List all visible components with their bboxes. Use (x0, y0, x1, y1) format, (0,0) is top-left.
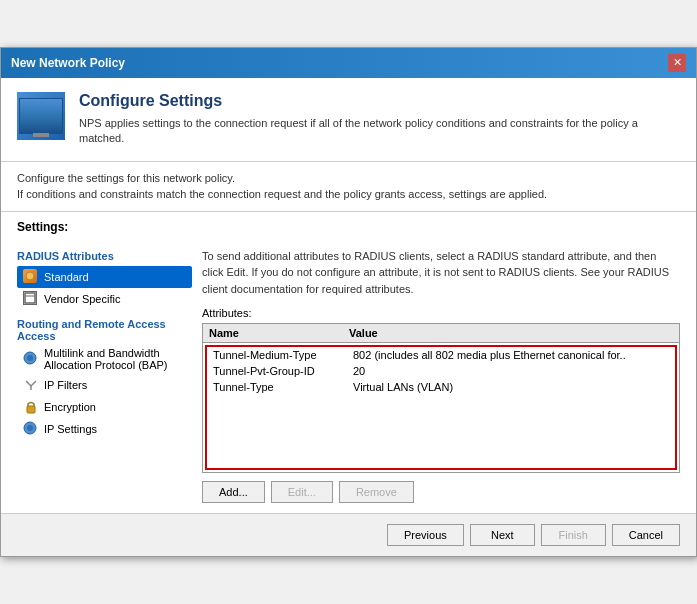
ipsettings-icon (23, 421, 39, 437)
desc-line1: Configure the settings for this network … (17, 170, 680, 187)
nav-item-encryption[interactable]: Encryption (17, 396, 192, 418)
col-header-value: Value (349, 327, 673, 339)
nav-item-ipsettings[interactable]: IP Settings (17, 418, 192, 440)
col-header-name: Name (209, 327, 349, 339)
desc-line2: If conditions and constraints match the … (17, 186, 680, 203)
nav-ipsettings-label: IP Settings (44, 423, 97, 435)
left-panel: RADIUS Attributes Standard Vendor Specif… (17, 248, 192, 504)
cancel-button[interactable]: Cancel (612, 524, 680, 546)
right-panel: To send additional attributes to RADIUS … (202, 248, 680, 504)
table-header: Name Value (203, 324, 679, 343)
svg-point-0 (26, 272, 34, 280)
finish-button[interactable]: Finish (541, 524, 606, 546)
nav-vendor-label: Vendor Specific (44, 293, 120, 305)
lock-icon (23, 399, 39, 415)
new-network-policy-dialog: New Network Policy ✕ Configure Settings … (0, 47, 697, 557)
attributes-table: Name Value Tunnel-Medium-Type 802 (inclu… (202, 323, 680, 473)
monitor-icon (19, 98, 63, 134)
row3-value: Virtual LANs (VLAN) (353, 381, 669, 393)
description-area: Configure the settings for this network … (1, 162, 696, 212)
nav-item-ipfilters[interactable]: IP Filters (17, 374, 192, 396)
row2-name: Tunnel-Pvt-Group-ID (213, 365, 353, 377)
table-row[interactable]: Tunnel-Medium-Type 802 (includes all 802… (207, 347, 675, 363)
radius-section-header: RADIUS Attributes (17, 250, 192, 262)
next-button[interactable]: Next (470, 524, 535, 546)
multilink-icon (23, 351, 39, 367)
svg-rect-6 (27, 406, 35, 413)
row1-value: 802 (includes all 802 media plus Etherne… (353, 349, 669, 361)
nav-encryption-label: Encryption (44, 401, 96, 413)
footer: Previous Next Finish Cancel (1, 513, 696, 556)
edit-button[interactable]: Edit... (271, 481, 333, 503)
nav-item-vendor[interactable]: Vendor Specific (17, 288, 192, 310)
row1-name: Tunnel-Medium-Type (213, 349, 353, 361)
table-body[interactable]: Tunnel-Medium-Type 802 (includes all 802… (205, 345, 677, 470)
row2-value: 20 (353, 365, 669, 377)
standard-icon (23, 269, 39, 285)
header-title: Configure Settings (79, 92, 680, 110)
table-row[interactable]: Tunnel-Pvt-Group-ID 20 (207, 363, 675, 379)
header-text: Configure Settings NPS applies settings … (79, 92, 680, 147)
header-icon (17, 92, 65, 140)
ipfilter-icon (23, 377, 39, 393)
nav-standard-label: Standard (44, 271, 89, 283)
row3-name: Tunnel-Type (213, 381, 353, 393)
nav-ipfilters-label: IP Filters (44, 379, 87, 391)
main-content: RADIUS Attributes Standard Vendor Specif… (1, 238, 696, 514)
nav-item-multilink[interactable]: Multilink and Bandwidth Allocation Proto… (17, 344, 192, 374)
svg-point-4 (27, 355, 33, 361)
dialog-title: New Network Policy (11, 56, 125, 70)
remove-button[interactable]: Remove (339, 481, 414, 503)
nav-item-standard[interactable]: Standard (17, 266, 192, 288)
right-description: To send additional attributes to RADIUS … (202, 248, 680, 298)
add-button[interactable]: Add... (202, 481, 265, 503)
attributes-label: Attributes: (202, 307, 680, 319)
close-button[interactable]: ✕ (668, 54, 686, 72)
vendor-icon (23, 291, 39, 307)
nav-multilink-label: Multilink and Bandwidth Allocation Proto… (44, 347, 186, 371)
header-area: Configure Settings NPS applies settings … (1, 78, 696, 162)
header-description: NPS applies settings to the connection r… (79, 116, 680, 147)
svg-point-8 (27, 425, 33, 431)
previous-button[interactable]: Previous (387, 524, 464, 546)
table-row[interactable]: Tunnel-Type Virtual LANs (VLAN) (207, 379, 675, 395)
svg-rect-1 (25, 293, 35, 303)
routing-section-header: Routing and Remote Access Access (17, 318, 192, 342)
settings-label: Settings: (17, 220, 68, 234)
title-bar: New Network Policy ✕ (1, 48, 696, 78)
table-buttons: Add... Edit... Remove (202, 481, 680, 503)
